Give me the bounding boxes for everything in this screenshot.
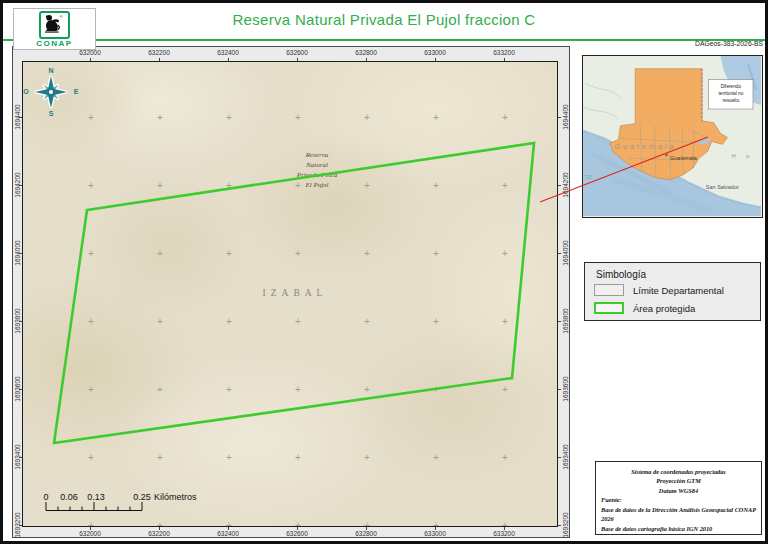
grid-label-northing-right: 1693800 xyxy=(562,308,569,333)
grid-cross: + xyxy=(364,249,370,259)
conap-logo-label: CONAP xyxy=(14,39,95,48)
department-label: IZABAL xyxy=(263,288,328,298)
grid-cross: + xyxy=(295,453,301,463)
grid-cross: + xyxy=(88,385,94,395)
scale-013: 0.13 xyxy=(87,492,105,502)
grid-cross: + xyxy=(502,453,508,463)
grid-cross: + xyxy=(157,181,163,191)
grid-label-easting-bottom: 633200 xyxy=(493,530,515,537)
grid-tick xyxy=(19,457,22,458)
grid-cross: + xyxy=(502,385,508,395)
scale-unit: Kilómetros xyxy=(154,492,197,502)
grid-tick xyxy=(504,527,505,530)
guatemala-inset-map[interactable]: Diferendo territorial no resuelto Guatem… xyxy=(582,55,763,218)
grid-cross: + xyxy=(157,317,163,327)
map-frame: Reserva Natural Privada Finca El Pujol I… xyxy=(12,46,570,538)
grid-tick xyxy=(435,58,436,61)
legend-item-protected-area: Área protegida xyxy=(594,302,695,314)
compass-north-label: N xyxy=(48,67,53,74)
legend-item-label: Límite Departamental xyxy=(633,285,724,296)
grid-label-easting-top: 632400 xyxy=(217,49,239,56)
grid-cross: + xyxy=(88,113,94,123)
grid-label-northing-right: 1693600 xyxy=(562,376,569,401)
source-line-2: Base de datos cartografía básica IGN 201… xyxy=(601,524,756,533)
grid-cross: + xyxy=(364,385,370,395)
grid-label-easting-bottom: 633000 xyxy=(424,530,446,537)
grid-tick xyxy=(19,185,22,186)
legend-item-departmental: Límite Departamental xyxy=(594,284,724,296)
capital-city-marker xyxy=(665,154,668,157)
grid-tick xyxy=(228,58,229,61)
header-divider xyxy=(3,39,765,41)
grid-cross: + xyxy=(433,181,439,191)
grid-label-easting-top: 632800 xyxy=(355,49,377,56)
grid-tick xyxy=(228,527,229,530)
grid-label-easting-top: 632600 xyxy=(286,49,308,56)
grid-tick xyxy=(159,527,160,530)
grid-cross: + xyxy=(295,113,301,123)
grid-tick xyxy=(558,185,561,186)
compass-east-label: E xyxy=(74,88,79,95)
grid-label-northing-right: 1694200 xyxy=(562,172,569,197)
grid-cross: + xyxy=(88,453,94,463)
grid-cross: + xyxy=(364,453,370,463)
grid-tick xyxy=(558,253,561,254)
credits-box: Sistema de coordenadas proyectadas Proye… xyxy=(595,461,762,535)
grid-cross: + xyxy=(295,249,301,259)
legend-item-label: Área protegida xyxy=(633,303,695,314)
document-code: DAGeos-383-2026-BS xyxy=(695,40,763,47)
departmental-boundary-swatch xyxy=(594,284,624,296)
grid-cross: + xyxy=(433,453,439,463)
grid-label-northing-right: 1694400 xyxy=(562,104,569,129)
grid-cross: + xyxy=(157,385,163,395)
protected-area-name-label: Reserva Natural Privada Finca El Pujol xyxy=(297,150,338,190)
legend: Simbología Límite Departamental Área pro… xyxy=(584,262,761,321)
grid-cross: + xyxy=(226,317,232,327)
grid-tick xyxy=(90,527,91,530)
grid-cross: + xyxy=(433,113,439,123)
grid-tick xyxy=(19,321,22,322)
country-name-label: Guatemala xyxy=(615,143,677,150)
grid-tick xyxy=(366,527,367,530)
map-canvas[interactable]: Reserva Natural Privada Finca El Pujol I… xyxy=(22,61,558,527)
protected-area-swatch xyxy=(594,302,624,314)
dispute-note-line2: territorial no xyxy=(718,91,743,96)
compass-rose-icon xyxy=(33,74,69,110)
grid-label-easting-bottom: 632600 xyxy=(286,530,308,537)
compass-south-label: S xyxy=(49,110,54,117)
grid-cross: + xyxy=(433,317,439,327)
grid-cross: + xyxy=(226,385,232,395)
datum-line: Datum WGS84 xyxy=(601,486,756,495)
coord-system-line: Sistema de coordenadas proyectadas xyxy=(601,467,756,476)
grid-cross: + xyxy=(364,317,370,327)
grid-cross: + xyxy=(502,249,508,259)
honduras-partial-label: H o xyxy=(731,153,753,159)
road-number-label: 721 xyxy=(584,175,592,180)
dispute-note-line1: Diferendo xyxy=(721,84,742,89)
grid-cross: + xyxy=(364,113,370,123)
grid-label-easting-bottom: 632400 xyxy=(217,530,239,537)
grid-cross: + xyxy=(502,113,508,123)
grid-label-northing-right: 1693200 xyxy=(562,512,569,537)
grid-label-northing-right: 1693400 xyxy=(562,444,569,469)
capital-city-label: Guatemala xyxy=(670,155,698,161)
grid-label-easting-bottom: 632000 xyxy=(79,530,101,537)
grid-tick xyxy=(19,389,22,390)
legend-title: Simbología xyxy=(596,269,646,280)
grid-cross: + xyxy=(502,181,508,191)
grid-tick xyxy=(19,525,22,526)
grid-cross: + xyxy=(157,249,163,259)
grid-cross: + xyxy=(88,181,94,191)
scale-025: 0.25 xyxy=(133,492,151,502)
scale-006: 0.06 xyxy=(60,492,78,502)
grid-tick xyxy=(366,58,367,61)
monkey-logo-icon: ® xyxy=(39,11,70,39)
grid-tick xyxy=(90,58,91,61)
grid-cross: + xyxy=(295,317,301,327)
grid-cross: + xyxy=(226,249,232,259)
grid-tick xyxy=(558,117,561,118)
grid-cross: + xyxy=(88,249,94,259)
scale-bar: 0 0.06 0.13 0.25 Kilómetros xyxy=(42,488,222,518)
projection-line: Proyección GTM xyxy=(601,476,756,485)
grid-tick xyxy=(558,457,561,458)
